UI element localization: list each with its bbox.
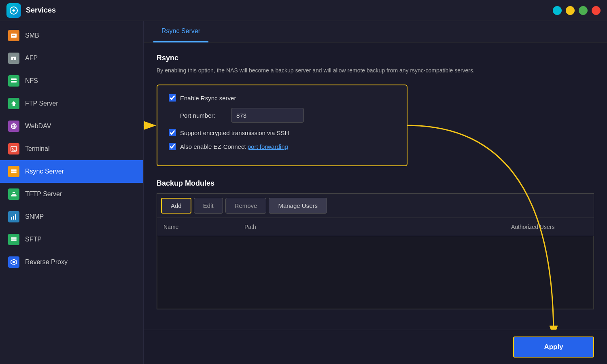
nfs-icon [8, 75, 19, 87]
sidebar-label-ftp: FTP Server [25, 100, 58, 107]
footer-bar: Apply [144, 330, 607, 364]
enable-rsync-label: Enable Rsync server [180, 95, 236, 102]
svg-rect-18 [11, 217, 12, 220]
tab-bar: Rsync Server [144, 21, 607, 42]
sidebar-item-nfs[interactable]: NFS [0, 70, 143, 92]
ssh-row: Support encrypted transmission via SSH [169, 129, 395, 136]
sidebar-item-webdav[interactable]: WebDAV [0, 115, 143, 138]
col-path: Path [238, 218, 505, 236]
svg-rect-14 [11, 171, 17, 173]
window-controls [553, 6, 601, 15]
svg-rect-20 [15, 214, 16, 220]
sidebar-label-snmp: SNMP [25, 213, 44, 220]
main-layout: SMB AFP NFS FTP Server W [0, 21, 607, 364]
svg-rect-21 [11, 237, 17, 239]
ezconnect-label: Also enable EZ-Connect port forwarding [180, 143, 288, 150]
svg-point-23 [13, 261, 15, 263]
info-dot[interactable] [553, 6, 562, 15]
remove-button[interactable]: Remove [225, 198, 267, 214]
enable-rsync-checkbox[interactable] [169, 94, 176, 102]
port-label: Port number: [180, 112, 225, 119]
svg-rect-5 [11, 57, 16, 58]
svg-rect-6 [11, 78, 17, 80]
sidebar-item-ftp[interactable]: FTP Server [0, 92, 143, 115]
close-dot[interactable] [592, 6, 601, 15]
svg-rect-13 [11, 169, 17, 171]
sidebar-label-smb: SMB [25, 32, 39, 39]
sidebar-label-afp: AFP [25, 55, 38, 62]
sidebar-item-afp[interactable]: AFP [0, 47, 143, 70]
svg-rect-17 [13, 192, 15, 193]
sidebar-label-sftp: SFTP [25, 236, 42, 243]
svg-rect-2 [12, 35, 15, 36]
port-forwarding-link[interactable]: port forwarding [248, 143, 288, 150]
sidebar: SMB AFP NFS FTP Server W [0, 21, 144, 364]
webdav-icon [8, 121, 19, 132]
sidebar-label-tftp: TFTP Server [25, 190, 62, 198]
snmp-icon [8, 211, 19, 222]
svg-rect-16 [12, 194, 16, 195]
sidebar-item-rsync[interactable]: Rsync Server [0, 160, 143, 183]
sidebar-label-rsync: Rsync Server [25, 168, 64, 175]
svg-rect-19 [13, 216, 14, 220]
sidebar-item-terminal[interactable]: Terminal [0, 138, 143, 160]
port-number-row: Port number: ▲ ▼ [180, 108, 395, 123]
backup-buttons-row: Add Edit Remove Manage Users [157, 194, 594, 214]
app-title: Services [26, 6, 56, 15]
sidebar-item-tftp[interactable]: TFTP Server [0, 183, 143, 205]
port-input-wrapper: ▲ ▼ [231, 108, 304, 123]
rsync-icon [8, 166, 19, 177]
ezconnect-checkbox[interactable] [169, 143, 176, 150]
edit-button[interactable]: Edit [194, 198, 223, 214]
manage-users-button[interactable]: Manage Users [269, 198, 327, 214]
sidebar-label-terminal: Terminal [25, 145, 49, 152]
minimize-dot[interactable] [566, 6, 575, 15]
table-body [157, 236, 594, 309]
svg-rect-15 [11, 195, 17, 197]
apply-button[interactable]: Apply [513, 336, 594, 358]
tftp-icon [8, 188, 19, 200]
titlebar: Services [0, 0, 607, 21]
app-logo [6, 3, 21, 18]
svg-rect-7 [11, 81, 17, 83]
sftp-icon [8, 234, 19, 245]
rsync-section-desc: By enabling this option, the NAS will be… [157, 66, 594, 75]
svg-rect-22 [11, 239, 17, 241]
content-area: Rsync Server Rsync By enabling this opti… [144, 21, 607, 364]
ezconnect-row: Also enable EZ-Connect port forwarding [169, 143, 395, 150]
sidebar-item-sftp[interactable]: SFTP [0, 228, 143, 251]
enable-rsync-row: Enable Rsync server [169, 94, 395, 102]
terminal-icon [8, 143, 19, 154]
backup-modules-title: Backup Modules [157, 179, 594, 188]
ssh-label: Support encrypted transmission via SSH [180, 129, 289, 136]
sidebar-label-webdav: WebDAV [25, 123, 51, 130]
col-authorized-users: Authorized Users [505, 218, 594, 236]
table-header: Name Path Authorized Users [157, 218, 594, 236]
tab-rsync-server[interactable]: Rsync Server [153, 21, 208, 42]
content-body: Rsync By enabling this option, the NAS w… [144, 42, 607, 330]
sidebar-label-nfs: NFS [25, 77, 38, 85]
ssh-checkbox[interactable] [169, 129, 176, 136]
port-input[interactable] [231, 109, 304, 122]
ftp-icon [8, 98, 19, 109]
afp-icon [8, 53, 19, 64]
sidebar-label-reverseproxy: Reverse Proxy [25, 258, 68, 266]
maximize-dot[interactable] [579, 6, 588, 15]
reverseproxy-icon [8, 256, 19, 268]
sidebar-item-snmp[interactable]: SNMP [0, 205, 143, 228]
add-button[interactable]: Add [161, 198, 191, 214]
svg-marker-8 [11, 101, 16, 106]
rsync-section-title: Rsync [157, 54, 594, 62]
col-name: Name [157, 218, 238, 236]
rsync-settings-box: Enable Rsync server Port number: ▲ ▼ [157, 85, 407, 166]
sidebar-item-smb[interactable]: SMB [0, 24, 143, 47]
smb-icon [8, 30, 19, 41]
sidebar-item-reverseproxy[interactable]: Reverse Proxy [0, 251, 143, 273]
